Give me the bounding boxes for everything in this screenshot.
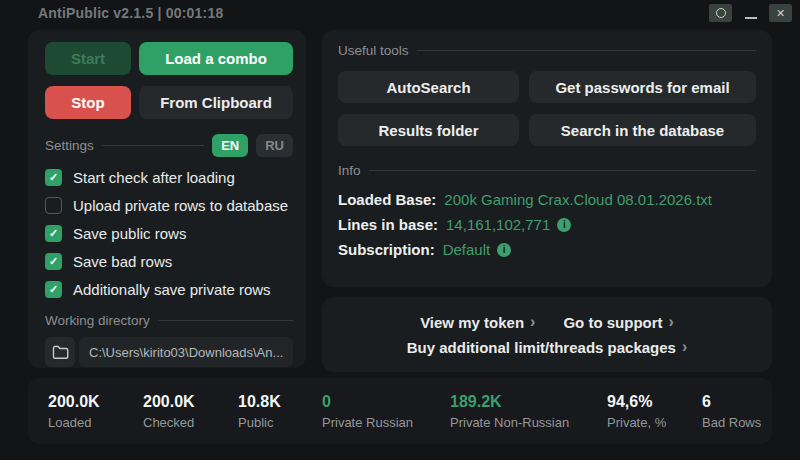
checkbox-save-public-rows[interactable]: ✓ Save public rows [45,225,293,242]
stat-checked: 200.0K Checked [143,393,238,430]
stat-value: 200.0K [143,393,238,411]
check-icon: ✓ [49,255,58,268]
autosearch-button[interactable]: AutoSearch [338,71,519,103]
info-key: Lines in base: [338,216,438,233]
go-to-support-link[interactable]: Go to support › [563,314,673,331]
control-panel: Start Load a combo Stop From Clipboard S… [28,30,306,368]
results-folder-button[interactable]: Results folder [338,114,519,146]
tool-buttons: AutoSearch Get passwords for email Resul… [338,71,756,146]
checkbox-label: Additionally save private rows [73,281,271,298]
stat-bad-rows: 6 Bad Rows [702,393,761,430]
stop-button[interactable]: Stop [45,86,131,119]
chevron-right-icon: › [530,314,535,330]
settings-label: Settings [45,138,94,153]
info-rows: Loaded Base: 200k Gaming Crax.Cloud 08.0… [338,187,756,262]
working-directory-label: Working directory [45,313,150,328]
stat-value: 200.0K [48,393,143,411]
info-icon[interactable]: i [557,218,571,232]
settings-checkbox-list: ✓ Start check after loading ✓ Upload pri… [45,169,293,298]
checkbox-box: ✓ [45,253,62,270]
window-controls: ✕ [709,4,792,22]
info-icon[interactable]: i [497,243,511,257]
window-minimize-button[interactable] [739,4,762,22]
links-panel: View my token › Go to support › Buy addi… [322,297,772,372]
chevron-right-icon: › [682,339,687,355]
checkbox-save-private-rows[interactable]: ✓ Additionally save private rows [45,281,293,298]
useful-tools-label: Useful tools [338,43,409,58]
info-value: 200k Gaming Crax.Cloud 08.01.2026.txt [444,191,712,208]
stat-value: 189.2K [450,393,607,411]
main-actions: Start Load a combo Stop From Clipboard [45,42,293,119]
info-value: 14,161,102,771 [446,216,550,233]
tools-info-panel: Useful tools AutoSearch Get passwords fo… [322,30,772,287]
info-label: Info [338,163,361,178]
checkbox-save-bad-rows[interactable]: ✓ Save bad rows [45,253,293,270]
checkbox-start-check-after-loading[interactable]: ✓ Start check after loading [45,169,293,186]
lang-en-button[interactable]: EN [212,134,248,157]
settings-header: Settings EN RU [45,134,293,157]
browse-folder-button[interactable] [45,337,75,367]
check-icon: ✓ [49,171,58,184]
links-row-bottom: Buy additional limit/threads packages › [407,339,688,356]
get-passwords-button[interactable]: Get passwords for email [529,71,756,103]
stat-label: Private Russian [322,415,450,430]
links-row-top: View my token › Go to support › [420,314,674,331]
stat-private-russian: 0 Private Russian [322,393,450,430]
stat-label: Loaded [48,415,143,430]
link-label: View my token [420,314,524,331]
chevron-right-icon: › [669,314,674,330]
start-button[interactable]: Start [45,42,131,75]
stat-value: 6 [702,393,761,411]
checkbox-box: ✓ [45,281,62,298]
stat-private-percent: 94,6% Private, % [607,393,702,430]
window-title: AntiPublic v2.1.5 | 00:01:18 [38,5,223,21]
divider-line [102,145,204,146]
load-combo-button[interactable]: Load a combo [139,42,293,75]
window-close-button[interactable]: ✕ [769,4,792,22]
checkbox-upload-private-rows[interactable]: ✓ Upload private rows to database [45,197,293,214]
divider-line [369,170,756,171]
info-key: Loaded Base: [338,191,436,208]
checkbox-box: ✓ [45,197,62,214]
stat-private-non-russian: 189.2K Private Non-Russian [450,393,607,430]
info-row-lines-in-base: Lines in base: 14,161,102,771 i [338,212,756,237]
from-clipboard-button[interactable]: From Clipboard [139,86,293,119]
checkbox-label: Upload private rows to database [73,197,288,214]
stat-value: 94,6% [607,393,702,411]
stat-label: Bad Rows [702,415,761,430]
stat-value: 0 [322,393,450,411]
link-label: Go to support [563,314,662,331]
view-token-link[interactable]: View my token › [420,314,535,331]
buy-packages-link[interactable]: Buy additional limit/threads packages › [407,339,688,356]
stats-bar: 200.0K Loaded 200.0K Checked 10.8K Publi… [28,378,772,444]
checkbox-label: Save bad rows [73,253,172,270]
info-row-loaded-base: Loaded Base: 200k Gaming Crax.Cloud 08.0… [338,187,756,212]
stat-loaded: 200.0K Loaded [48,393,143,430]
search-database-button[interactable]: Search in the database [529,114,756,146]
divider-line [158,320,293,321]
checkbox-box: ✓ [45,225,62,242]
stat-label: Private, % [607,415,702,430]
info-header: Info [338,163,756,178]
info-key: Subscription: [338,241,435,258]
working-directory-input[interactable]: C:\Users\kirito03\Downloads\An... [79,337,293,367]
info-row-subscription: Subscription: Default i [338,237,756,262]
folder-icon [52,345,69,360]
stat-value: 10.8K [238,393,322,411]
link-label: Buy additional limit/threads packages [407,339,676,356]
useful-tools-header: Useful tools [338,43,756,58]
stat-label: Private Non-Russian [450,415,607,430]
stat-label: Checked [143,415,238,430]
circle-icon [716,8,726,18]
minimize-icon [745,17,757,19]
stat-label: Public [238,415,322,430]
working-directory-header: Working directory [45,313,293,328]
lang-ru-button[interactable]: RU [256,134,293,157]
checkbox-label: Start check after loading [73,169,235,186]
check-icon: ✓ [49,283,58,296]
working-directory-row: C:\Users\kirito03\Downloads\An... [45,337,293,367]
checkbox-label: Save public rows [73,225,186,242]
titlebar: AntiPublic v2.1.5 | 00:01:18 ✕ [0,0,800,26]
window-circle-button[interactable] [709,4,732,22]
check-icon: ✓ [49,227,58,240]
